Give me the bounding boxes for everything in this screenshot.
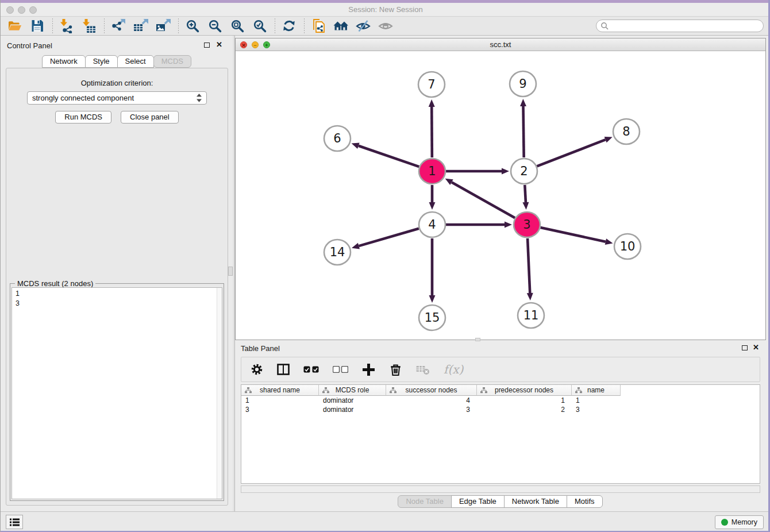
- table-cell[interactable]: 2: [477, 405, 572, 414]
- panel-list-toggle-button[interactable]: [6, 515, 23, 529]
- column-header-MCDS-role[interactable]: MCDS role: [319, 385, 386, 396]
- network-window: ✕ − + scc.txt 7968124314101511: [235, 38, 766, 340]
- graph-edge[interactable]: [540, 228, 605, 242]
- tab-node-table[interactable]: Node Table: [398, 495, 452, 508]
- column-header-successor-nodes[interactable]: successor nodes: [386, 385, 477, 396]
- table-float-panel-icon[interactable]: [742, 345, 748, 350]
- table-cell[interactable]: 1: [477, 396, 572, 405]
- graph-edge[interactable]: [452, 182, 515, 218]
- graph-node-label-2: 2: [520, 164, 528, 178]
- delete-column-trash-icon[interactable]: [389, 363, 402, 376]
- graph-edge[interactable]: [537, 140, 605, 166]
- session-title: Session: New Session: [1, 5, 770, 14]
- table-cell[interactable]: dominator: [319, 405, 386, 414]
- copy-network-icon[interactable]: [310, 18, 327, 34]
- toolbar-separator: [52, 18, 53, 33]
- graph-edge-arrowhead: [522, 202, 529, 210]
- tab-motifs[interactable]: Motifs: [567, 495, 603, 508]
- tab-network[interactable]: Network: [42, 55, 86, 68]
- export-network-icon[interactable]: [110, 18, 127, 34]
- graph-edge-arrowhead: [605, 238, 613, 245]
- graph-node-label-9: 9: [519, 77, 526, 91]
- mcds-result-text[interactable]: 1 3: [11, 287, 222, 499]
- table-cell[interactable]: 3: [386, 405, 477, 414]
- tab-network-table[interactable]: Network Table: [504, 495, 567, 508]
- graph-edge-arrowhead: [520, 99, 526, 106]
- save-session-icon[interactable]: [29, 18, 46, 34]
- graph-edge[interactable]: [523, 106, 524, 157]
- graph-edge[interactable]: [432, 107, 432, 157]
- column-header-name[interactable]: name: [572, 385, 621, 396]
- tab-style[interactable]: Style: [85, 55, 118, 68]
- select-all-checkboxes-icon[interactable]: [303, 366, 319, 373]
- table-cell[interactable]: 3: [572, 405, 621, 414]
- column-header-predecessor-nodes[interactable]: predecessor nodes: [477, 385, 572, 396]
- close-panel-button[interactable]: Close panel: [121, 111, 179, 124]
- show-all-eye-icon: [377, 18, 394, 34]
- search-box[interactable]: [596, 20, 764, 32]
- zoom-in-icon[interactable]: [184, 18, 201, 34]
- table-row[interactable]: 3dominator323: [241, 405, 760, 414]
- table-cell[interactable]: 3: [241, 405, 319, 414]
- network-graph[interactable]: 7968124314101511: [236, 51, 765, 340]
- float-panel-icon[interactable]: [204, 43, 210, 48]
- node-table: shared nameMCDS rolesuccessor nodesprede…: [241, 384, 760, 484]
- graph-edge-arrowhead: [429, 202, 436, 210]
- refresh-icon[interactable]: [280, 18, 298, 34]
- zoom-out-icon[interactable]: [206, 18, 224, 34]
- open-folder-icon[interactable]: [6, 18, 24, 34]
- mcds-panel: Optimization criterion: strongly connect…: [6, 68, 228, 506]
- tab-select[interactable]: Select: [117, 55, 154, 68]
- delete-table-icon: [416, 364, 430, 375]
- toolbar-separator: [275, 18, 275, 33]
- table-cell[interactable]: 1: [241, 396, 319, 405]
- network-window-title: scc.txt: [236, 40, 765, 49]
- import-network-icon[interactable]: [58, 18, 75, 34]
- table-row[interactable]: 1dominator411: [241, 396, 760, 405]
- function-builder-icon: f(x): [444, 363, 463, 376]
- deselect-all-checkboxes-icon[interactable]: [333, 366, 348, 373]
- optimization-criterion-select[interactable]: strongly connected component: [27, 91, 207, 105]
- memory-label: Memory: [732, 518, 757, 526]
- memory-button[interactable]: Memory: [715, 515, 764, 529]
- graph-edge-arrowhead: [352, 243, 360, 249]
- table-horizontal-scrollbar[interactable]: [241, 485, 760, 493]
- table-cell[interactable]: dominator: [319, 396, 386, 405]
- control-panel-title: Control Panel: [7, 41, 52, 50]
- hide-selected-eye-slash-icon[interactable]: [355, 18, 372, 34]
- result-scrollbar[interactable]: [217, 288, 222, 499]
- network-window-titlebar[interactable]: ✕ − + scc.txt: [236, 38, 765, 51]
- graph-edge[interactable]: [528, 238, 530, 293]
- tab-mcds[interactable]: MCDS: [153, 55, 191, 68]
- graph-edge[interactable]: [359, 229, 419, 246]
- export-table-icon[interactable]: [132, 18, 149, 34]
- table-cell[interactable]: 1: [572, 396, 621, 405]
- zoom-selected-icon[interactable]: [251, 18, 268, 34]
- memory-status-dot: [721, 519, 728, 526]
- graph-node-label-11: 11: [523, 309, 539, 322]
- tab-edge-table[interactable]: Edge Table: [451, 495, 505, 508]
- zoom-fit-icon[interactable]: [229, 18, 246, 34]
- list-icon: [10, 518, 20, 526]
- close-panel-icon[interactable]: ✕: [216, 40, 222, 49]
- window-top-border: [1, 0, 770, 3]
- table-body: 1dominator4113dominator323: [241, 396, 760, 414]
- vertical-splitter-grip[interactable]: [228, 267, 233, 276]
- home-layout-icon[interactable]: [332, 18, 349, 34]
- horizontal-splitter-grip[interactable]: [475, 338, 480, 341]
- table-close-panel-icon[interactable]: ✕: [753, 343, 759, 352]
- graph-edge-arrowhead: [352, 143, 360, 149]
- split-columns-icon[interactable]: [277, 364, 290, 375]
- table-cell[interactable]: 4: [386, 396, 477, 405]
- export-image-icon[interactable]: [155, 18, 172, 34]
- import-table-icon[interactable]: [80, 18, 98, 34]
- graph-node-label-6: 6: [333, 132, 341, 145]
- settings-gear-icon[interactable]: [251, 363, 263, 376]
- run-mcds-button[interactable]: Run MCDS: [55, 111, 111, 124]
- search-input[interactable]: [609, 21, 763, 31]
- graph-edge[interactable]: [359, 146, 419, 167]
- network-canvas[interactable]: 7968124314101511: [236, 51, 765, 340]
- add-column-icon[interactable]: [362, 363, 375, 376]
- column-header-shared-name[interactable]: shared name: [241, 385, 319, 396]
- graph-edge[interactable]: [525, 185, 526, 202]
